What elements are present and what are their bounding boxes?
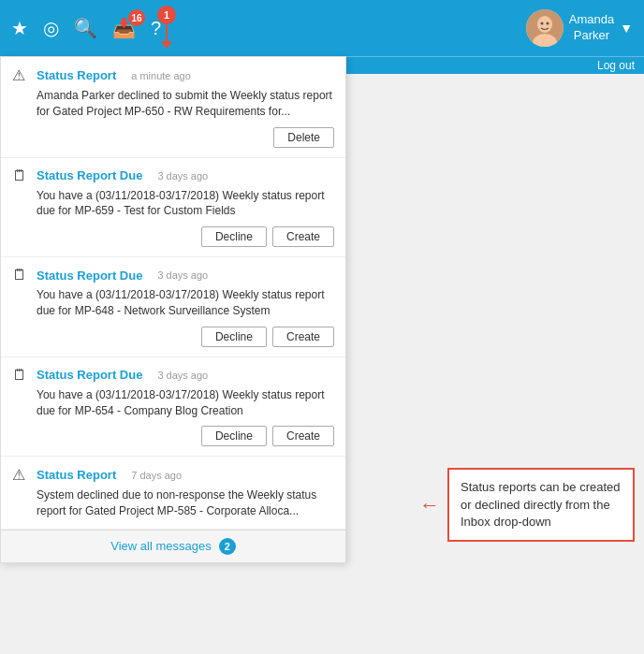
callout-arrow-icon: ← — [419, 490, 440, 519]
notif-actions-3: Decline Create — [12, 426, 334, 446]
annotation-1: 1 — [157, 6, 176, 43]
notification-item-3: 🗒 Status Report Due 3 days ago You have … — [1, 357, 345, 458]
svg-point-1 — [537, 16, 552, 33]
notif-header-3: 🗒 Status Report Due 3 days ago — [12, 367, 334, 384]
delete-button-0[interactable]: Delete — [273, 127, 334, 148]
inbox-badge: 16 — [128, 9, 145, 26]
dropdown-arrow-icon: ▼ — [620, 21, 633, 36]
dropdown-panel: ⚠ Status Report a minute ago Amanda Park… — [0, 56, 346, 563]
create-button-2[interactable]: Create — [272, 327, 334, 347]
notification-item-1: 🗒 Status Report Due 3 days ago You have … — [1, 158, 345, 258]
notification-item-2: 🗒 Status Report Due 3 days ago You have … — [1, 257, 345, 357]
notif-title-3: Status Report Due — [37, 368, 142, 382]
search-icon[interactable]: 🔍 — [74, 17, 97, 39]
decline-button-2[interactable]: Decline — [201, 327, 267, 347]
create-button-3[interactable]: Create — [272, 426, 334, 446]
notif-title-0: Status Report — [37, 68, 116, 82]
notif-time-4: 7 days ago — [131, 470, 182, 481]
notif-header-2: 🗒 Status Report Due 3 days ago — [12, 267, 334, 283]
notif-time-0: a minute ago — [131, 70, 191, 81]
notif-header-1: 🗒 Status Report Due 3 days ago — [12, 167, 334, 184]
callout-box: ← Status reports can be created or decli… — [447, 468, 635, 542]
decline-button-3[interactable]: Decline — [201, 426, 267, 446]
user-name: Amanda Parker — [569, 12, 614, 44]
svg-point-3 — [540, 22, 543, 25]
decline-button-1[interactable]: Decline — [201, 226, 267, 247]
notif-actions-1: Decline Create — [12, 226, 334, 247]
notification-item-0: ⚠ Status Report a minute ago Amanda Park… — [1, 57, 345, 158]
annotation-circle-1: 1 — [157, 6, 176, 24]
view-all-label: View all messages — [110, 539, 211, 553]
star-icon[interactable]: ★ — [11, 17, 28, 39]
notif-body-0: Amanda Parker declined to submit the Wee… — [37, 88, 334, 120]
notif-body-3: You have a (03/11/2018-03/17/2018) Weekl… — [37, 387, 334, 419]
notif-title-4: Status Report — [37, 468, 116, 482]
svg-point-4 — [546, 22, 549, 25]
avatar — [526, 9, 564, 47]
inbox-icon[interactable]: 📥 16 — [112, 17, 136, 39]
notif-actions-0: Delete — [12, 127, 334, 148]
doc-icon-1: 🗒 — [12, 167, 29, 184]
location-icon[interactable]: ◎ — [43, 17, 59, 39]
notif-header-4: ⚠ Status Report 7 days ago — [12, 466, 334, 484]
notif-time-1: 3 days ago — [157, 170, 208, 182]
notif-title-2: Status Report Due — [37, 269, 142, 283]
notification-item-4: ⚠ Status Report 7 days ago System declin… — [1, 457, 345, 530]
notif-time-2: 3 days ago — [157, 269, 208, 281]
warning-icon-0: ⚠ — [12, 66, 29, 84]
doc-icon-2: 🗒 — [12, 267, 29, 283]
notification-list: ⚠ Status Report a minute ago Amanda Park… — [1, 57, 345, 530]
warning-icon-4: ⚠ — [12, 466, 29, 484]
notif-actions-2: Decline Create — [12, 327, 334, 347]
notif-title-1: Status Report Due — [37, 168, 142, 182]
callout-text: Status reports can be created or decline… — [461, 480, 621, 528]
notif-body-1: You have a (03/11/2018-03/17/2018) Weekl… — [37, 188, 334, 220]
notif-body-4: System declined due to non-response the … — [37, 487, 334, 519]
logout-link[interactable]: Log out — [597, 59, 635, 72]
notif-time-3: 3 days ago — [157, 370, 208, 381]
annotation-circle-2: 2 — [219, 538, 236, 555]
view-all-bar[interactable]: View all messages 2 — [1, 530, 345, 562]
navbar: ★ ◎ 🔍 📥 16 ? Amanda Parker ▼ — [0, 0, 644, 56]
notif-header-0: ⚠ Status Report a minute ago — [12, 66, 334, 84]
doc-icon-3: 🗒 — [12, 367, 29, 384]
user-section[interactable]: Amanda Parker ▼ — [526, 9, 633, 47]
create-button-1[interactable]: Create — [272, 226, 334, 247]
annotation-arrow-1 — [166, 24, 168, 43]
notif-body-2: You have a (03/11/2018-03/17/2018) Weekl… — [37, 287, 334, 319]
